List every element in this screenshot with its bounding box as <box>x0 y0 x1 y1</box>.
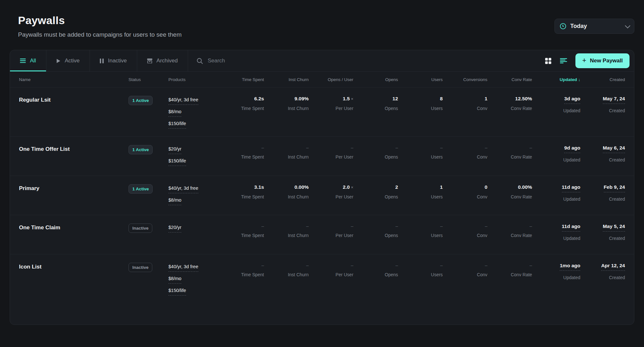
metric-users: – Users <box>398 224 443 238</box>
date-filter-label: Today <box>570 23 587 30</box>
metric-users: – Users <box>398 145 443 160</box>
column-header-opens[interactable]: Opens <box>353 77 398 82</box>
table-row[interactable]: One Time Offer List 1 Active $20/yr$150/… <box>10 136 634 176</box>
grid-view-icon <box>545 58 551 64</box>
column-header-created[interactable]: Created <box>580 77 625 82</box>
product-price[interactable]: $150/life <box>168 158 186 166</box>
date-filter-dropdown[interactable]: Today <box>554 19 634 34</box>
chevron-down-icon <box>625 23 630 28</box>
metric-conv-rate: – Conv Rate <box>488 263 532 277</box>
status-badge: 1 Active <box>128 96 153 105</box>
metric-updated: 3d ago Updated <box>532 96 580 113</box>
column-header-time-spent[interactable]: Time Spent <box>219 77 264 82</box>
new-paywall-button[interactable]: + New Paywall <box>575 53 630 68</box>
products-cell: $20/yr$150/life <box>168 145 219 166</box>
metric-opens: 12 Opens <box>353 96 398 111</box>
column-header-name[interactable]: Name <box>19 77 128 82</box>
metric-created: May 5, 24 Created <box>580 224 625 241</box>
column-header-conv-rate[interactable]: Conv Rate <box>488 77 532 82</box>
page-subtitle: Paywalls must be added to campaigns for … <box>18 31 634 38</box>
metric-inst-churn: 0.00% Inst Churn <box>264 184 309 199</box>
metric-conversions: – Conv <box>443 263 488 277</box>
products-cell: $40/yr, 3d free$8/mo$150/life <box>168 96 219 129</box>
table-row[interactable]: Regular Lsit 1 Active $40/yr, 3d free$8/… <box>10 87 634 136</box>
paywall-name: Primary <box>19 184 128 192</box>
metric-inst-churn: – Inst Churn <box>264 263 309 277</box>
metric-time-spent: – Time Spent <box>219 145 264 160</box>
column-header-conversions[interactable]: Conversions <box>443 77 488 82</box>
status-badge: Inactive <box>128 263 152 272</box>
plus-icon: + <box>582 57 586 64</box>
product-price[interactable]: $8/mo <box>168 197 181 205</box>
table-row[interactable]: Icon List Inactive $40/yr, 3d free$8/mo$… <box>10 254 634 303</box>
metric-conv-rate: 0.00% Conv Rate <box>488 184 532 199</box>
metric-created: May 6, 24 Created <box>580 145 625 162</box>
metric-updated: 11d ago Updated <box>532 224 580 241</box>
metric-opens-per-user: – Per User <box>309 145 354 160</box>
metric-opens: – Opens <box>353 224 398 238</box>
metric-conversions: 1 Conv <box>443 96 488 111</box>
products-cell: $20/yr <box>168 224 219 233</box>
product-price[interactable]: $20/yr <box>168 225 181 233</box>
column-header-opens-user[interactable]: Opens / User <box>309 77 354 82</box>
metric-users: 1 Users <box>398 184 443 199</box>
metric-created: May 7, 24 Created <box>580 96 625 113</box>
products-cell: $40/yr, 3d free$8/mo <box>168 184 219 205</box>
status-cell: Inactive <box>128 263 168 272</box>
metric-conversions: – Conv <box>443 145 488 160</box>
column-header-products[interactable]: Products <box>168 77 219 82</box>
paywall-name: Icon List <box>19 263 128 270</box>
product-price[interactable]: $40/yr, 3d free <box>168 264 198 272</box>
metric-users: 8 Users <box>398 96 443 111</box>
table-header: Name Status Products Time Spent Inst Chu… <box>10 72 634 87</box>
product-price[interactable]: $150/life <box>168 288 186 296</box>
products-cell: $40/yr, 3d free$8/mo$150/life <box>168 263 219 296</box>
view-toggles <box>543 50 575 71</box>
metric-updated: 11d ago Updated <box>532 184 580 202</box>
list-view-icon <box>560 58 567 63</box>
status-cell: Inactive <box>128 224 168 233</box>
search-icon <box>197 58 203 64</box>
archive-icon <box>147 59 152 63</box>
metric-updated: 1mo ago Updated <box>532 263 580 280</box>
search-input[interactable] <box>208 58 535 64</box>
table-row[interactable]: One Time Claim Inactive $20/yr – Time Sp… <box>10 215 634 254</box>
tab-inactive-label: Inactive <box>108 58 127 64</box>
metric-opens: – Opens <box>353 145 398 160</box>
paywall-name: Regular Lsit <box>19 96 128 103</box>
metric-created: Feb 9, 24 Created <box>580 184 625 202</box>
tab-active-label: Active <box>65 58 80 64</box>
column-header-inst-churn[interactable]: Inst Churn <box>264 77 309 82</box>
status-cell: 1 Active <box>128 96 168 105</box>
metric-conversions: 0 Conv <box>443 184 488 199</box>
tab-archived-label: Archived <box>156 58 178 64</box>
tab-all[interactable]: All <box>10 50 46 71</box>
product-price[interactable]: $150/life <box>168 121 186 129</box>
status-badge: 1 Active <box>128 184 153 194</box>
product-price[interactable]: $8/mo <box>168 109 181 117</box>
clock-icon <box>560 23 566 29</box>
table-row[interactable]: Primary 1 Active $40/yr, 3d free$8/mo 3.… <box>10 176 634 215</box>
play-icon <box>56 59 61 63</box>
metric-created: Apr 12, 24 Created <box>580 263 625 280</box>
product-price[interactable]: $40/yr, 3d free <box>168 186 198 193</box>
metric-updated: 9d ago Updated <box>532 145 580 162</box>
pause-icon <box>100 59 104 63</box>
metric-opens-per-user: 1.5 × Per User <box>309 96 354 111</box>
grid-view-button[interactable] <box>545 58 551 64</box>
metric-users: – Users <box>398 263 443 277</box>
product-price[interactable]: $40/yr, 3d free <box>168 97 198 105</box>
column-header-status[interactable]: Status <box>128 77 168 82</box>
metric-inst-churn: – Inst Churn <box>264 145 309 160</box>
metric-opens-per-user: – Per User <box>309 263 354 277</box>
tab-active[interactable]: Active <box>46 50 90 71</box>
column-header-updated[interactable]: Updated ↓ <box>532 77 580 82</box>
list-view-button[interactable] <box>560 58 567 63</box>
product-price[interactable]: $8/mo <box>168 276 181 284</box>
tab-archived[interactable]: Archived <box>137 50 188 71</box>
column-header-users[interactable]: Users <box>398 77 443 82</box>
metric-time-spent: – Time Spent <box>219 224 264 238</box>
tab-inactive[interactable]: Inactive <box>90 50 137 71</box>
product-price[interactable]: $20/yr <box>168 146 181 154</box>
status-cell: 1 Active <box>128 184 168 194</box>
